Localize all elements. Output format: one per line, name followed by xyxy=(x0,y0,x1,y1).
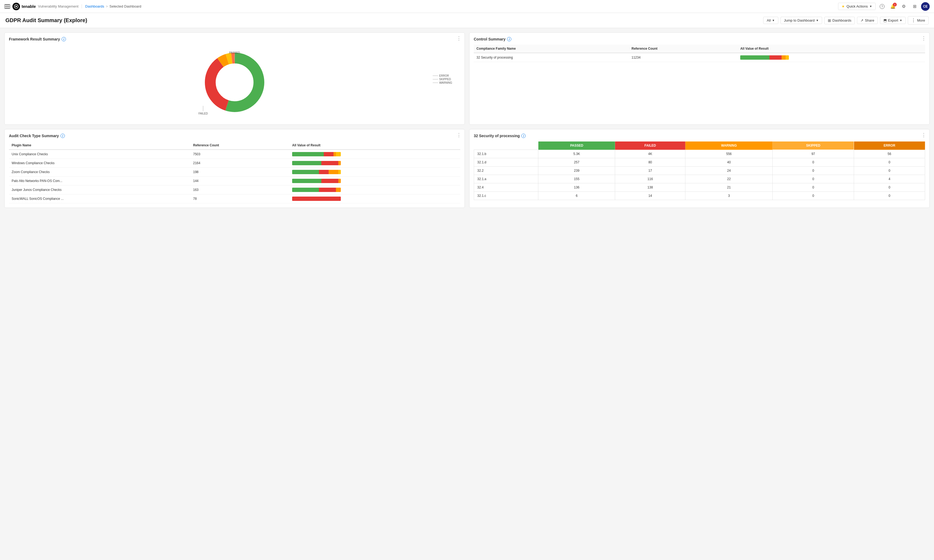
row-label: 32.2 xyxy=(474,166,538,175)
more-button[interactable]: ⋮ More xyxy=(908,16,929,25)
col-family-name: Compliance Family Name xyxy=(474,45,629,53)
table-row: Windows Compliance Checks 2164 xyxy=(9,159,460,168)
framework-card-menu[interactable]: ⋮ xyxy=(457,36,461,41)
ref-count: 78 xyxy=(190,194,289,203)
bar-cell xyxy=(289,149,460,159)
failed-val: 116 xyxy=(615,175,685,183)
plugin-name: Zoom Compliance Checks xyxy=(9,168,190,177)
jump-to-dashboard-button[interactable]: Jump to Dashboard ▼ xyxy=(781,17,822,24)
col-warning: WARNING xyxy=(685,142,773,150)
passed-val: 239 xyxy=(538,166,615,175)
security-card-menu[interactable]: ⋮ xyxy=(921,132,926,137)
plugin-name: Windows Compliance Checks xyxy=(9,159,190,168)
help-button[interactable]: ? xyxy=(878,2,886,11)
logo-icon xyxy=(12,3,20,10)
table-row: SonicWALL SonicOS Compliance ... 78 xyxy=(9,194,460,203)
page-actions: All ▼ Jump to Dashboard ▼ ⊞ Dashboards ↗… xyxy=(763,16,929,25)
right-labels: ERROR SKIPPED WARNING xyxy=(433,74,452,84)
hamburger-menu[interactable] xyxy=(4,4,10,9)
error-label-group: ERROR xyxy=(433,74,449,77)
svg-point-1 xyxy=(15,6,17,7)
grid-button[interactable]: ⊞ xyxy=(910,2,919,11)
skipped-val: 0 xyxy=(773,192,854,200)
table-row: 32.4 136 138 21 0 0 xyxy=(474,183,925,192)
table-row: 32.1.c 6 14 3 0 0 xyxy=(474,192,925,200)
table-row: 32 Security of processing 11234 xyxy=(474,53,925,62)
share-button[interactable]: ↗ Share xyxy=(857,17,878,24)
chevron-down-icon: ▼ xyxy=(899,19,902,22)
gear-icon: ⚙ xyxy=(902,4,906,9)
plugin-name: Palo Alto Networks PAN-OS Com... xyxy=(9,177,190,186)
col-empty xyxy=(474,142,538,150)
export-label: Export xyxy=(888,18,898,22)
skipped-val: 0 xyxy=(773,175,854,183)
row-label: 32.1.a xyxy=(474,175,538,183)
warning-val: 40 xyxy=(685,158,773,166)
ref-count: 2164 xyxy=(190,159,289,168)
avatar[interactable]: CE xyxy=(921,2,930,11)
col-plugin-name: Plugin Name xyxy=(9,141,190,149)
framework-card-title: Framework Result Summary i xyxy=(9,37,460,41)
bar-cell xyxy=(289,177,460,186)
dashboards-button[interactable]: ⊞ Dashboards xyxy=(824,17,855,24)
page-header: GDPR Audit Summary (Explore) All ▼ Jump … xyxy=(0,13,934,28)
table-row: Juniper Junos Compliance Checks 163 xyxy=(9,186,460,194)
security-table: PASSED FAILED WARNING SKIPPED ERROR 32.1… xyxy=(474,141,925,200)
star-icon: ★ xyxy=(841,4,845,8)
warning-val: 3 xyxy=(685,192,773,200)
table-row: Palo Alto Networks PAN-OS Com... 144 xyxy=(9,177,460,186)
passed-val: 5.3K xyxy=(538,150,615,158)
header-right: ★ Quick Actions ▼ ? 🔔 1 ⚙ ⊞ CE xyxy=(838,2,930,11)
passed-label: PASSED xyxy=(229,51,240,61)
bar-cell xyxy=(289,168,460,177)
failed-label: FAILED xyxy=(198,106,208,115)
main-content: Framework Result Summary i ⋮ xyxy=(0,28,934,212)
share-icon: ↗ xyxy=(860,18,863,22)
control-summary-title: Control Summary i xyxy=(474,37,925,41)
failed-val: 138 xyxy=(615,183,685,192)
all-filter-button[interactable]: All ▼ xyxy=(763,17,778,24)
warning-val: 556 xyxy=(685,150,773,158)
dashboards-label: Dashboards xyxy=(832,18,851,22)
skipped-label-group: SKIPPED xyxy=(433,78,451,81)
bar-cell xyxy=(289,159,460,168)
page-title: GDPR Audit Summary (Explore) xyxy=(5,17,87,23)
breadcrumb-root[interactable]: Dashboards xyxy=(85,4,104,8)
notification-badge: 1 xyxy=(893,3,897,6)
chevron-down-icon: ▼ xyxy=(772,19,775,22)
control-card-menu[interactable]: ⋮ xyxy=(921,36,926,41)
row-label: 32.1.c xyxy=(474,192,538,200)
family-name: 32 Security of processing xyxy=(474,53,629,62)
logo: tenable Vulnerability Management xyxy=(12,3,79,10)
donut-chart-container: PASSED FAILED ERROR SKIPPED WARNING xyxy=(9,45,460,120)
control-info-icon[interactable]: i xyxy=(507,37,511,41)
settings-button[interactable]: ⚙ xyxy=(899,2,908,11)
notifications-button[interactable]: 🔔 1 xyxy=(889,2,897,11)
row-label: 32.1.b xyxy=(474,150,538,158)
error-val: 56 xyxy=(854,150,925,158)
export-icon: ⬒ xyxy=(883,18,887,22)
col-ref-count: Reference Count xyxy=(629,45,738,53)
col-failed: FAILED xyxy=(615,142,685,150)
security-processing-title: 32 Security of processing i xyxy=(474,134,925,138)
table-row: 32.1.b 5.3K 4K 556 97 56 xyxy=(474,150,925,158)
breadcrumb-current: Selected Dashboard xyxy=(110,4,141,8)
passed-val: 6 xyxy=(538,192,615,200)
failed-val: 14 xyxy=(615,192,685,200)
plugin-name: Unix Compliance Checks xyxy=(9,149,190,159)
chevron-down-icon: ▼ xyxy=(816,19,818,22)
skipped-val: 97 xyxy=(773,150,854,158)
quick-actions-button[interactable]: ★ Quick Actions ▼ xyxy=(838,3,875,10)
audit-info-icon[interactable]: i xyxy=(60,134,65,138)
framework-card: Framework Result Summary i ⋮ xyxy=(4,32,465,125)
security-info-icon[interactable]: i xyxy=(521,134,526,138)
chevron-down-icon: ▼ xyxy=(869,5,872,8)
audit-card-menu[interactable]: ⋮ xyxy=(457,132,461,137)
app-name: Vulnerability Management xyxy=(38,4,79,8)
framework-info-icon[interactable]: i xyxy=(62,37,66,41)
quick-actions-label: Quick Actions xyxy=(846,4,868,8)
col-error: ERROR xyxy=(854,142,925,150)
error-val: 0 xyxy=(854,192,925,200)
export-button[interactable]: ⬒ Export ▼ xyxy=(880,17,906,24)
col-all-value: All Value of Result xyxy=(738,45,925,53)
